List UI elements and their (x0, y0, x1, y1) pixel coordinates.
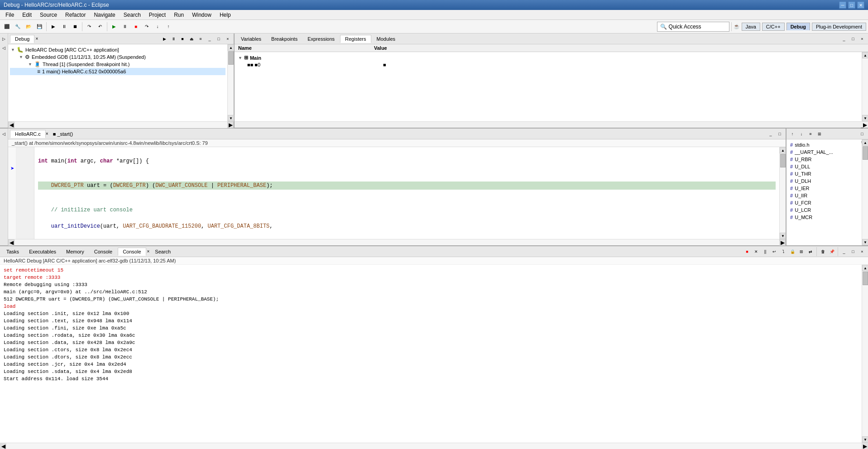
menu-search[interactable]: Search (120, 11, 144, 19)
console-maximize[interactable]: □ (849, 248, 857, 256)
outline-vscroll[interactable]: ▲ ▼ (862, 139, 868, 245)
editor-tab-start[interactable]: ■ _start() (48, 130, 78, 138)
hscroll-left[interactable]: ◀ (8, 122, 14, 128)
debug-gdb[interactable]: ▼ ⚙ Embedded GDB (11/12/13, 10:25 AM) (S… (10, 53, 225, 61)
console-minimize[interactable]: _ (840, 248, 848, 256)
debug-session[interactable]: ▼ 🐛 HelloARC Debug [ARC C/C++ applicatio… (10, 46, 225, 53)
toolbar-btn-2[interactable]: 🔧 (13, 22, 23, 32)
console-scroll-thumb[interactable] (863, 272, 868, 285)
outline-scroll-track[interactable] (862, 146, 868, 239)
reg-scroll-down[interactable]: ▼ (862, 115, 868, 121)
toolbar-btn-4[interactable]: 💾 (34, 22, 44, 32)
outline-scroll-up[interactable]: ▲ (862, 139, 868, 146)
menu-file[interactable]: File (2, 11, 18, 19)
tab-console-active[interactable]: Console (118, 248, 146, 256)
toolbar-btn-7[interactable]: ⏹ (70, 22, 80, 32)
debug-terminate-btn[interactable]: ■ (131, 22, 141, 32)
close-panel[interactable]: × (224, 35, 232, 43)
debug-suspend-small[interactable]: ⏸ (169, 35, 177, 43)
tab-debug[interactable]: Debug (10, 35, 34, 43)
outline-item-ufcr[interactable]: # U_FCR (788, 199, 860, 206)
outline-item-stdio[interactable]: # stdio.h (788, 141, 860, 148)
quick-access-label[interactable]: Quick Access (669, 24, 701, 30)
scroll-down[interactable]: ▼ (228, 115, 234, 121)
outline-item-udlh[interactable]: # U_DLH (788, 177, 860, 185)
tab-expressions[interactable]: Expressions (303, 35, 339, 43)
tab-memory[interactable]: Memory (62, 248, 89, 255)
outline-btn-2[interactable]: ↓ (797, 130, 806, 138)
editor-scroll-thumb[interactable] (780, 154, 786, 167)
outline-minimize[interactable]: _ (858, 122, 866, 130)
code-content[interactable]: int main(int argc, char *argv[]) { DWCRE… (34, 147, 779, 239)
debug-step-into-btn[interactable]: ↓ (153, 22, 163, 32)
debug-terminate-small[interactable]: ■ (178, 35, 187, 43)
console-hscroll-left[interactable]: ◀ (0, 443, 6, 449)
toolbar-btn-6[interactable]: ⏸ (59, 22, 69, 32)
console-content[interactable]: set remotetimeout 15 target remote :3333… (0, 265, 862, 443)
tab-modules[interactable]: Modules (372, 35, 400, 43)
side-icon-1[interactable]: ▷ (0, 35, 8, 43)
outline-scroll-thumb[interactable] (863, 146, 868, 160)
console-scroll-up[interactable]: ▲ (862, 265, 868, 271)
menu-project[interactable]: Project (145, 11, 169, 19)
minimize-panel[interactable]: _ (206, 35, 214, 43)
debug-thread[interactable]: ▼ 🧵 Thread [1] (Suspended: Breakpoint hi… (10, 61, 225, 68)
debug-resume-small[interactable]: ▶ (160, 35, 168, 43)
reg-row-0[interactable]: ■■ ■0 ■ (238, 62, 858, 68)
tab-breakpoints[interactable]: Breakpoints (267, 35, 302, 43)
hscroll-track[interactable] (14, 122, 227, 128)
console-stop[interactable]: ■ (743, 248, 751, 256)
reg-close[interactable]: × (858, 35, 866, 43)
console-hscroll[interactable]: ◀ ▶ (0, 443, 868, 449)
outline-item-uier[interactable]: # U_IER (788, 185, 860, 192)
reg-scroll-track[interactable] (862, 58, 868, 115)
perspective-debug[interactable]: Debug (786, 23, 810, 30)
tab-variables[interactable]: Variables (236, 35, 266, 43)
debug-resume-btn[interactable]: ▶ (109, 22, 119, 32)
outline-item-urbr[interactable]: # U_RBR (788, 156, 860, 163)
console-scroll-track[interactable] (862, 271, 868, 436)
console-scroll-down[interactable]: ▼ (862, 436, 868, 443)
editor-hscroll-track[interactable] (14, 239, 779, 245)
hscroll-right[interactable]: ▶ (227, 122, 234, 128)
tab-executables[interactable]: Executables (24, 248, 61, 255)
menu-help[interactable]: Help (216, 11, 235, 19)
maximize-panel[interactable]: □ (215, 35, 223, 43)
outline-item-uart[interactable]: # __UART_HAL_... (788, 148, 860, 156)
debug-vscroll[interactable]: ▲ ▼ (227, 44, 234, 121)
side-icon-editor-1[interactable]: ◁ (0, 130, 8, 138)
debug-frame[interactable]: ≡ 1 main() HelloARC.c:512 0x000005a6 (10, 68, 225, 75)
console-btn-3[interactable]: || (761, 248, 769, 256)
minimize-button[interactable]: ─ (839, 1, 846, 9)
editor-scroll-up[interactable]: ▲ (780, 147, 786, 153)
menu-navigate[interactable]: Navigate (90, 11, 119, 19)
console-clear[interactable]: 🗑 (819, 248, 827, 256)
outline-scroll-down[interactable]: ▼ (862, 239, 868, 245)
console-close[interactable]: × (858, 248, 866, 256)
debug-disconnect-small[interactable]: ⏏ (187, 35, 196, 43)
editor-minimize[interactable]: _ (767, 130, 775, 138)
toolbar-btn-9[interactable]: ↶ (95, 22, 105, 32)
console-vscroll[interactable]: ▲ ▼ (862, 265, 868, 443)
outline-item-udll[interactable]: # U_DLL (788, 163, 860, 170)
reg-hscroll[interactable] (235, 122, 862, 128)
console-btn-5[interactable]: ⤵ (779, 248, 787, 256)
perspective-java[interactable]: Java (742, 23, 760, 31)
tab-search[interactable]: Search (150, 248, 175, 255)
console-hscroll-track[interactable] (6, 443, 862, 449)
scroll-thumb[interactable] (228, 51, 234, 65)
toolbar-btn-5[interactable]: ▶ (48, 22, 58, 32)
editor-scroll-track[interactable] (780, 153, 786, 233)
debug-suspend-btn[interactable]: ⏸ (120, 22, 130, 32)
reg-maximize[interactable]: □ (849, 35, 857, 43)
console-pin[interactable]: 📌 (828, 248, 836, 256)
outline-item-umcr[interactable]: # U_MCR (788, 214, 860, 221)
menu-edit[interactable]: Edit (19, 11, 35, 19)
tab-console-main[interactable]: Console (90, 248, 117, 255)
outline-maximize[interactable]: □ (858, 130, 866, 138)
menu-run[interactable]: Run (170, 11, 187, 19)
outline-item-ulcr[interactable]: # U_LCR (788, 206, 860, 214)
console-btn-2[interactable]: ✕ (752, 248, 760, 256)
close-button[interactable]: ✕ (857, 1, 864, 9)
editor-maximize[interactable]: □ (776, 130, 784, 138)
